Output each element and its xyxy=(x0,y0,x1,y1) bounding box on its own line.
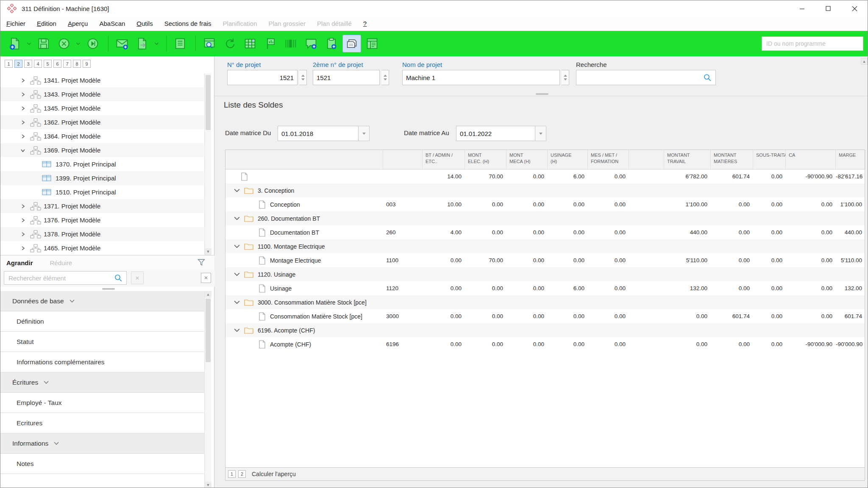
save-icon[interactable] xyxy=(34,35,53,53)
export-document-icon[interactable] xyxy=(133,35,152,53)
menu--[interactable]: ? xyxy=(363,20,367,27)
chevron-right-icon[interactable] xyxy=(20,105,30,112)
column-header[interactable]: MARGE xyxy=(836,150,865,169)
barcode-icon[interactable] xyxy=(281,35,300,53)
sidebar-tab-6[interactable]: 6 xyxy=(53,60,61,68)
project-name-stepper[interactable] xyxy=(562,70,569,85)
sidebar-nav-informations[interactable]: Informations xyxy=(0,433,204,454)
balance-group-row[interactable]: 6196. Acompte (CHF) xyxy=(225,323,865,337)
mail-add-icon[interactable] xyxy=(113,35,131,53)
date-to-dropdown[interactable] xyxy=(535,126,546,141)
sidebar-nav-notes[interactable]: Notes xyxy=(0,454,204,474)
project-no-stepper[interactable] xyxy=(299,70,307,85)
tree-item[interactable]: 1510. Projet Principal xyxy=(0,185,204,199)
column-header[interactable]: MONTANTMATIÈRES xyxy=(711,150,753,169)
sidebar-tab-5[interactable]: 5 xyxy=(44,60,52,68)
project-name-input[interactable] xyxy=(402,70,560,85)
column-header[interactable]: USINAGE(H) xyxy=(548,150,588,169)
panel-splitter-handle[interactable] xyxy=(536,93,548,95)
sidebar-nav-ecritures[interactable]: Ecritures xyxy=(0,413,204,433)
chevron-down-icon[interactable] xyxy=(233,244,241,250)
clipboard-add-icon[interactable] xyxy=(322,35,341,53)
balance-leaf-row[interactable]: Consommation Matière Stock [pce]30000.00… xyxy=(225,309,865,323)
filter-icon[interactable] xyxy=(198,259,205,266)
chevron-down-icon[interactable] xyxy=(233,188,241,194)
chevron-down-icon[interactable] xyxy=(233,327,241,333)
sidebar-tab-1[interactable]: 1 xyxy=(5,60,13,68)
chevron-right-icon[interactable] xyxy=(20,133,30,140)
program-search-input[interactable] xyxy=(762,36,863,51)
chevron-down-icon[interactable] xyxy=(233,299,241,305)
chevron-right-icon[interactable] xyxy=(20,217,30,224)
column-header[interactable]: CA xyxy=(786,150,836,169)
panel-list-icon[interactable] xyxy=(363,35,381,53)
sidebar-tab-2[interactable]: 2 xyxy=(14,60,22,68)
tree-scrollbar[interactable]: ▼ xyxy=(204,73,211,255)
sidebar-tab-9[interactable]: 9 xyxy=(83,60,91,68)
tree-item[interactable]: 1370. Projet Principal xyxy=(0,157,204,171)
balance-group-row[interactable]: 3000. Consommation Matière Stock [pce] xyxy=(225,295,865,309)
scroll-down-icon[interactable]: ▼ xyxy=(205,248,211,255)
report-flag-icon[interactable] xyxy=(261,35,280,53)
tree-item[interactable]: 1341. Projet Modèle xyxy=(0,73,204,87)
comment-add-icon[interactable] xyxy=(302,35,320,53)
project-no2-stepper[interactable] xyxy=(381,70,389,85)
project-no-input[interactable] xyxy=(227,70,298,85)
column-header[interactable]: MONTELEC. (H) xyxy=(465,150,506,169)
tree-item[interactable]: 1465. Projet Modèle xyxy=(0,241,204,255)
sidebar-nav-définition[interactable]: Définition xyxy=(0,311,204,332)
column-header[interactable]: MES / MET /FORMATION xyxy=(588,150,629,169)
tree-item[interactable]: 1343. Projet Modèle xyxy=(0,87,204,101)
footer-action-label[interactable]: Calculer l'aperçu xyxy=(252,471,296,477)
sidebar-nav-employé-taux[interactable]: Employé - Taux xyxy=(0,393,204,413)
chevron-right-icon[interactable] xyxy=(20,91,30,98)
date-to-input[interactable] xyxy=(456,126,535,141)
chevron-right-icon[interactable] xyxy=(20,203,30,210)
column-header[interactable]: SOUS-TRAITANCE xyxy=(753,150,786,169)
chevron-down-icon[interactable] xyxy=(26,35,32,53)
search-icon[interactable] xyxy=(703,73,712,82)
scroll-up-button[interactable]: ▲ xyxy=(861,58,868,65)
chevron-down-icon[interactable] xyxy=(233,272,241,277)
minimize-button[interactable] xyxy=(789,0,815,17)
column-header[interactable]: BT / ADMIN /ETC.. xyxy=(423,150,465,169)
sidebar-nav-statut[interactable]: Statut xyxy=(0,332,204,352)
chevron-right-icon[interactable] xyxy=(20,119,30,126)
balance-group-row[interactable]: 1100. Montage Electrique xyxy=(225,239,865,253)
tree-item[interactable]: 1376. Projet Modèle xyxy=(0,213,204,227)
balance-total-row[interactable]: 14.0070.000.006.000.006'782.00601.740.00… xyxy=(225,169,865,183)
sidebar-nav-écritures[interactable]: Écritures xyxy=(0,372,204,393)
nav-scrollbar[interactable]: ▲ ▼ xyxy=(204,291,211,488)
tree-item[interactable]: 1362. Projet Modèle xyxy=(0,115,204,129)
notes-icon[interactable] xyxy=(171,35,189,53)
refresh-icon[interactable] xyxy=(220,35,239,53)
chevron-down-icon[interactable] xyxy=(75,35,81,53)
balance-leaf-row[interactable]: Montage Electrique11000.0070.000.000.000… xyxy=(225,253,865,267)
balance-leaf-row[interactable]: Usinage11200.000.000.006.000.00132.000.0… xyxy=(225,281,865,295)
sidebar-tab-4[interactable]: 4 xyxy=(34,60,42,68)
menu-fichier[interactable]: Fichier xyxy=(6,20,25,27)
footer-tab-2[interactable]: 2 xyxy=(238,470,246,478)
next-record-icon[interactable] xyxy=(83,35,102,53)
clear-search-icon[interactable]: ✕ xyxy=(131,272,144,284)
project-search-input[interactable] xyxy=(576,70,716,85)
new-item-icon[interactable] xyxy=(6,35,24,53)
menu-aper-u[interactable]: Aperçu xyxy=(68,20,88,27)
tree-item[interactable]: 1345. Projet Modèle xyxy=(0,101,204,115)
chevron-right-icon[interactable] xyxy=(20,245,30,252)
chevron-down-icon[interactable] xyxy=(20,147,30,154)
date-from-dropdown[interactable] xyxy=(359,126,370,141)
tree-item[interactable]: 1371. Projet Modèle xyxy=(0,199,204,213)
chevron-right-icon[interactable] xyxy=(20,77,30,84)
menu-sections-de-frais[interactable]: Sections de frais xyxy=(164,20,211,27)
balance-group-row[interactable]: 1120. Usinage xyxy=(225,267,865,281)
tree-item[interactable]: 1369. Projet Modèle xyxy=(0,143,204,157)
sidebar-nav-partial-row[interactable] xyxy=(0,474,204,488)
column-header[interactable]: MONTANTTRAVAIL xyxy=(664,150,711,169)
search-program-icon[interactable] xyxy=(200,35,219,53)
footer-tab-1[interactable]: 1 xyxy=(228,470,236,478)
table-grid-icon[interactable] xyxy=(241,35,259,53)
tree-item[interactable]: 1364. Projet Modèle xyxy=(0,129,204,143)
sidebar-nav-informations-complémentaires[interactable]: Informations complémentaires xyxy=(0,352,204,372)
chevron-down-icon[interactable] xyxy=(233,216,241,222)
